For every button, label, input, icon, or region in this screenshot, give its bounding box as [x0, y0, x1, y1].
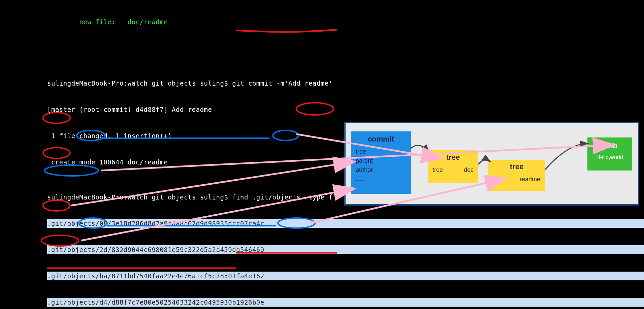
find-out-selected: .git/objects/2d/832d9044c698081e59c322d5…: [0, 245, 644, 254]
git-status-line: new file: doc/readme: [0, 18, 644, 26]
find-out-selected: .git/objects/ba/8711bd7540faa22e4e76a1cf…: [0, 272, 644, 280]
cmd-commit: sulingdeMacBook-Pro:watch_git_objects su…: [0, 79, 644, 88]
blank: [0, 44, 644, 53]
git-object-diagram: commit tree parent author ...... tree tr…: [344, 122, 639, 206]
find-out-selected: .git/objects/d4/d88f7c7e80e50254033242c0…: [0, 298, 644, 307]
find-out-selected: .git/objects/08/3e18d286d8d2a9eda8c62d9d…: [0, 219, 644, 228]
diagram-arrows: [346, 123, 638, 204]
out: [master (root-commit) d4d88f7] Add readm…: [0, 105, 644, 114]
